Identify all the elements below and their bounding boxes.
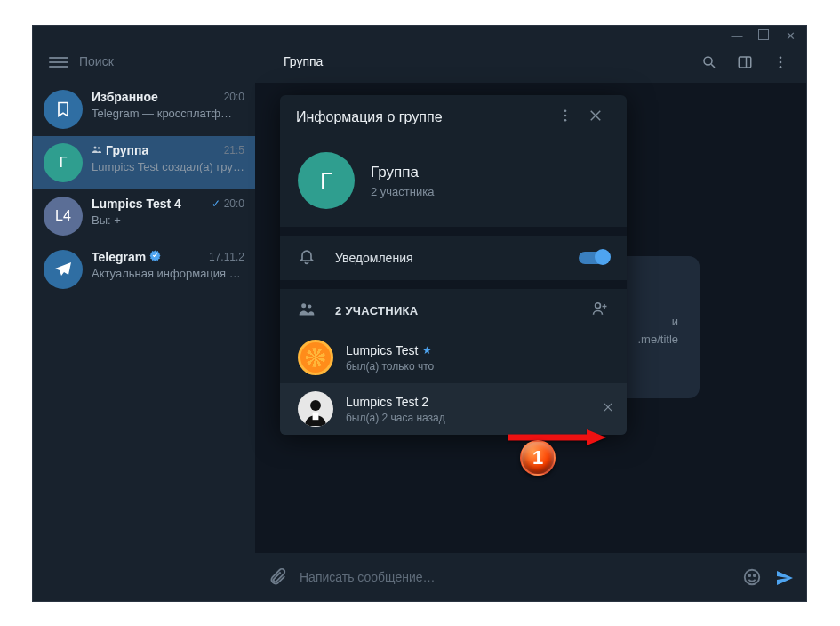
search-icon[interactable] [701, 54, 717, 70]
app-window: — ✕ Поиск Группа [32, 25, 807, 602]
chat-time: 20:0 [224, 91, 244, 103]
chat-time: ✓ 20:0 [212, 197, 244, 210]
chat-time: 17.11.2 [209, 251, 244, 263]
chat-subtitle: Lumpics Test создал(а) групп… [92, 160, 244, 173]
chat-name: Lumpics Test 4 [92, 197, 181, 211]
group-member-count: 2 участника [371, 185, 434, 198]
chat-name: Группа [92, 143, 148, 157]
chat-name: Telegram [92, 250, 161, 264]
bell-icon [298, 247, 316, 269]
svg-point-12 [564, 109, 567, 112]
group-avatar: Г [44, 143, 83, 182]
svg-point-6 [780, 66, 782, 68]
read-check-icon: ✓ [212, 197, 220, 210]
chat-list: Избранное 20:0 Telegram — кроссплатф… Г … [33, 83, 255, 296]
svg-point-19 [596, 303, 601, 309]
chat-item-lumpics4[interactable]: L4 Lumpics Test 4 ✓ 20:0 Вы: + [33, 189, 255, 243]
member-name: Lumpics Test 2 [346, 395, 445, 409]
bookmark-icon [44, 90, 83, 129]
member-status: был(а) только что [346, 360, 434, 373]
telegram-icon [44, 250, 83, 289]
svg-point-13 [564, 115, 567, 117]
group-summary[interactable]: Г Группа 2 участника [280, 140, 627, 227]
member-status: был(а) 2 часа назад [346, 412, 445, 424]
svg-marker-27 [587, 429, 606, 445]
emoji-icon[interactable] [742, 567, 762, 587]
svg-point-8 [98, 147, 100, 148]
svg-point-9 [745, 570, 760, 585]
svg-point-11 [754, 574, 756, 576]
compose-bar [255, 553, 806, 601]
modal-close-icon[interactable] [580, 104, 611, 131]
chat-name: Избранное [92, 90, 158, 104]
member-row[interactable]: Lumpics Test 2 был(а) 2 часа назад [280, 383, 627, 435]
more-icon[interactable] [772, 54, 788, 70]
member-avatar [298, 391, 333, 427]
member-name: Lumpics Test ★ [346, 343, 434, 357]
svg-point-14 [564, 119, 567, 122]
minimize-button[interactable]: — [730, 29, 744, 43]
svg-point-4 [780, 56, 782, 59]
members-header: 2 УЧАСТНИКА [280, 289, 627, 332]
close-window-button[interactable]: ✕ [783, 29, 797, 43]
group-avatar-large: Г [298, 152, 355, 209]
group-info-modal: Информация о группе Г Группа 2 участника… [280, 95, 627, 435]
svg-point-22 [310, 400, 321, 411]
square-icon [758, 29, 769, 40]
svg-point-17 [301, 303, 306, 308]
members-count-label: 2 УЧАСТНИКА [335, 304, 572, 317]
separator [280, 280, 627, 289]
remove-member-icon[interactable] [602, 401, 614, 417]
separator [280, 227, 627, 236]
header-row: Поиск Группа [33, 45, 806, 81]
chat-header-title[interactable]: Группа [284, 45, 701, 81]
notifications-label: Уведомления [335, 251, 559, 265]
modal-more-icon[interactable] [550, 104, 580, 131]
search-input[interactable]: Поиск [79, 45, 257, 81]
notifications-toggle[interactable] [579, 252, 609, 264]
chat-item-saved[interactable]: Избранное 20:0 Telegram — кроссплатф… [33, 83, 255, 136]
annotation-arrow [508, 429, 606, 442]
owner-star-icon: ★ [422, 344, 432, 357]
svg-point-7 [94, 146, 97, 148]
initials-avatar: L4 [44, 197, 83, 236]
group-icon [92, 144, 102, 157]
chat-subtitle: Telegram — кроссплатф… [92, 107, 244, 120]
svg-point-0 [704, 57, 712, 65]
verified-icon [149, 250, 161, 264]
svg-point-10 [748, 574, 750, 576]
message-input[interactable] [300, 570, 730, 584]
chat-subtitle: Вы: + [92, 213, 244, 227]
sidepanel-icon[interactable] [737, 54, 753, 70]
chat-item-telegram[interactable]: Telegram 17.11.2 Актуальная информация о… [33, 243, 255, 296]
member-avatar [298, 340, 333, 375]
modal-title: Информация о группе [296, 109, 550, 125]
modal-header: Информация о группе [280, 95, 627, 140]
group-name: Группа [371, 164, 434, 181]
svg-line-1 [711, 64, 715, 68]
annotation-badge-1: 1 [520, 440, 556, 476]
chat-subtitle: Актуальная информация о … [92, 267, 244, 280]
maximize-button[interactable] [756, 29, 771, 43]
attach-icon[interactable] [268, 567, 287, 587]
member-row[interactable]: Lumpics Test ★ был(а) только что [280, 332, 627, 383]
people-icon [298, 300, 316, 321]
chat-item-group[interactable]: Г Группа 21:5 Lumpics Test создал(а) гру… [33, 136, 255, 189]
menu-button[interactable] [49, 54, 68, 81]
svg-point-5 [780, 61, 782, 64]
chat-time: 21:5 [224, 144, 244, 156]
window-controls: — ✕ [730, 26, 806, 45]
notifications-row[interactable]: Уведомления [280, 236, 627, 280]
svg-rect-2 [739, 57, 751, 68]
send-button[interactable] [774, 567, 794, 587]
add-member-icon[interactable] [591, 300, 609, 321]
svg-point-18 [308, 304, 311, 308]
svg-rect-23 [313, 413, 319, 421]
